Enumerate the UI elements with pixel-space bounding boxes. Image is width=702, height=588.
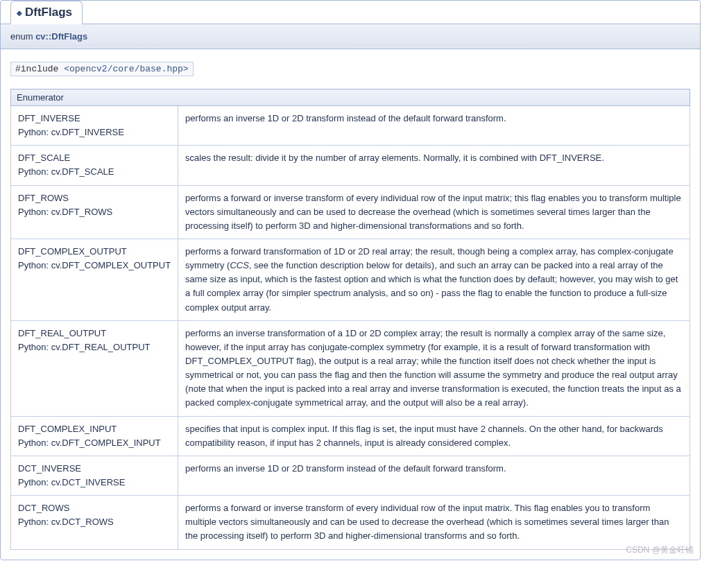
enum-name-cell: DFT_SCALE Python: cv.DFT_SCALE <box>11 146 178 185</box>
python-prefix: Python: <box>18 207 51 217</box>
enum-c-name: DFT_INVERSE <box>18 112 171 126</box>
signature-qualified-name[interactable]: cv::DftFlags <box>35 31 87 42</box>
enum-python-name: cv.DFT_REAL_OUTPUT <box>51 342 151 352</box>
content-area: #include <opencv2/core/base.hpp> Enumera… <box>1 49 700 560</box>
enum-description: specifies that input is complex input. I… <box>178 416 690 456</box>
python-prefix: Python: <box>18 342 51 352</box>
enum-description: performs a forward transformation of 1D … <box>178 239 690 320</box>
enum-c-name: DFT_SCALE <box>18 151 171 165</box>
table-row: DFT_ROWS Python: cv.DFT_ROWS performs a … <box>11 185 690 239</box>
enum-name-cell: DFT_COMPLEX_INPUT Python: cv.DFT_COMPLEX… <box>11 416 178 456</box>
tab-bar: ◆DftFlags <box>1 0 700 24</box>
table-row: DFT_COMPLEX_INPUT Python: cv.DFT_COMPLEX… <box>11 416 690 456</box>
table-row: DFT_COMPLEX_OUTPUT Python: cv.DFT_COMPLE… <box>11 239 690 320</box>
tab-label: DftFlags <box>25 6 72 19</box>
enum-c-name: DFT_ROWS <box>18 191 171 205</box>
table-row: DCT_INVERSE Python: cv.DCT_INVERSE perfo… <box>11 456 690 495</box>
python-prefix: Python: <box>18 127 51 137</box>
enum-description: performs a forward or inverse transform … <box>178 496 690 549</box>
enum-c-name: DFT_REAL_OUTPUT <box>18 327 171 340</box>
python-prefix: Python: <box>18 166 51 177</box>
table-row: DFT_INVERSE Python: cv.DFT_INVERSE perfo… <box>11 106 690 146</box>
enum-description: scales the result: divide it by the numb… <box>178 146 690 185</box>
enum-description: performs an inverse transformation of a … <box>178 320 690 416</box>
enum-description: performs an inverse 1D or 2D transform i… <box>178 106 690 146</box>
include-keyword: #include <box>15 64 64 74</box>
enum-description-emph: CCS <box>230 260 248 270</box>
enum-python-name: cv.DFT_INVERSE <box>51 127 124 137</box>
enum-python-name: cv.DCT_ROWS <box>51 517 114 527</box>
enum-description-post: , see the function description below for… <box>185 260 678 312</box>
signature-bar: enum cv::DftFlags <box>1 24 700 49</box>
enum-c-name: DFT_COMPLEX_OUTPUT <box>18 245 171 259</box>
python-prefix: Python: <box>18 477 51 487</box>
python-prefix: Python: <box>18 517 51 527</box>
enum-name-cell: DCT_ROWS Python: cv.DCT_ROWS <box>11 496 178 549</box>
signature-prefix: enum <box>10 31 35 42</box>
table-row: DFT_REAL_OUTPUT Python: cv.DFT_REAL_OUTP… <box>11 320 690 416</box>
python-prefix: Python: <box>18 260 51 270</box>
enum-name-cell: DFT_COMPLEX_OUTPUT Python: cv.DFT_COMPLE… <box>11 239 178 320</box>
enum-description: performs a forward or inverse transform … <box>178 185 690 239</box>
table-row: DCT_ROWS Python: cv.DCT_ROWS performs a … <box>11 496 690 549</box>
table-header: Enumerator <box>11 89 690 106</box>
watermark-text: CSDN @黄金旺铺 <box>626 544 694 556</box>
enum-python-name: cv.DFT_SCALE <box>51 166 114 177</box>
enumerator-table: Enumerator DFT_INVERSE Python: cv.DFT_IN… <box>10 89 690 550</box>
section-tab[interactable]: ◆DftFlags <box>10 1 83 24</box>
doc-item-box: ◆DftFlags enum cv::DftFlags #include <op… <box>0 0 701 560</box>
enum-description: performs an inverse 1D or 2D transform i… <box>178 456 690 495</box>
enum-name-cell: DFT_ROWS Python: cv.DFT_ROWS <box>11 185 178 239</box>
enum-python-name: cv.DFT_COMPLEX_OUTPUT <box>51 260 171 270</box>
enum-python-name: cv.DCT_INVERSE <box>51 477 126 487</box>
anchor-bullet-icon: ◆ <box>17 9 22 17</box>
enum-c-name: DFT_COMPLEX_INPUT <box>18 422 171 436</box>
enum-c-name: DCT_ROWS <box>18 501 171 515</box>
enum-python-name: cv.DFT_COMPLEX_INPUT <box>51 438 161 448</box>
enum-c-name: DCT_INVERSE <box>18 462 171 476</box>
include-directive: #include <opencv2/core/base.hpp> <box>10 62 194 76</box>
enum-name-cell: DFT_INVERSE Python: cv.DFT_INVERSE <box>11 106 178 146</box>
enum-name-cell: DFT_REAL_OUTPUT Python: cv.DFT_REAL_OUTP… <box>11 320 178 416</box>
enum-name-cell: DCT_INVERSE Python: cv.DCT_INVERSE <box>11 456 178 495</box>
table-row: DFT_SCALE Python: cv.DFT_SCALE scales th… <box>11 146 690 185</box>
include-path: <opencv2/core/base.hpp> <box>64 64 188 74</box>
python-prefix: Python: <box>18 438 51 448</box>
enum-python-name: cv.DFT_ROWS <box>51 207 113 217</box>
